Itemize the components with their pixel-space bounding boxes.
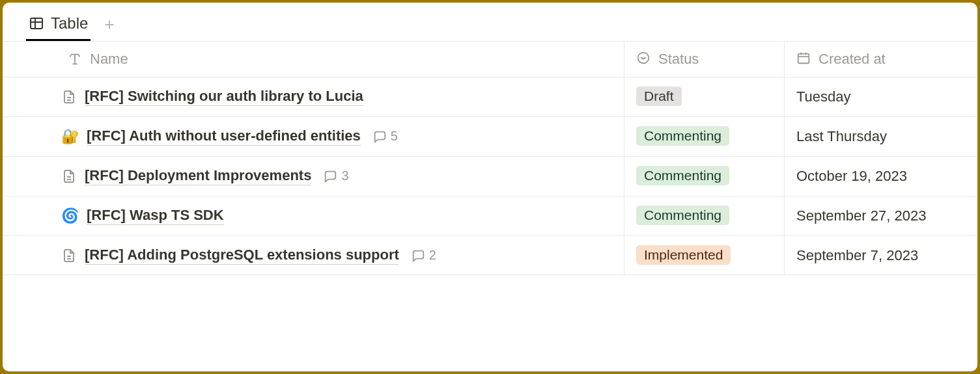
cell-status[interactable]: Implemented [624,236,784,275]
title-property-icon [68,52,82,66]
table-icon [29,16,44,31]
page-title-link[interactable]: [RFC] Auth without user-defined entities [87,127,361,146]
select-property-icon [636,51,651,65]
page-title-link[interactable]: [RFC] Wasp TS SDK [87,207,224,225]
cell-name[interactable]: [RFC] Switching our auth library to Luci… [3,77,624,116]
cell-created[interactable]: October 19, 2023 [784,157,977,196]
created-at-value: Last Thursday [796,126,887,147]
page-icon [61,89,77,105]
svg-rect-6 [798,54,809,64]
created-at-value: September 7, 2023 [796,245,918,266]
comment-count-value: 2 [429,248,436,263]
table-header-row: Name Status Created at [3,42,977,77]
cell-status[interactable]: Draft [624,77,784,116]
svg-rect-0 [31,18,42,29]
status-badge: Draft [636,87,682,106]
database-view-window: Table Name [3,3,977,371]
table-row[interactable]: [RFC] Switching our auth library to Luci… [3,77,977,117]
comment-count-value: 3 [341,168,348,183]
lock-key-icon: 🔐 [61,129,79,144]
status-badge: Commenting [636,166,729,185]
tab-table[interactable]: Table [26,9,91,41]
table-row[interactable]: [RFC] Deployment Improvements 3 Commenti… [3,157,977,196]
comment-count[interactable]: 2 [411,248,436,263]
cell-name[interactable]: 🔐 [RFC] Auth without user-defined entiti… [3,117,624,156]
status-badge: Commenting [636,126,729,146]
table-row[interactable]: [RFC] Adding PostgreSQL extensions suppo… [3,236,977,276]
svg-point-5 [638,53,649,64]
column-header-label: Name [90,51,128,68]
comment-count[interactable]: 5 [372,129,398,144]
created-at-value: Tuesday [796,87,851,107]
column-header-created[interactable]: Created at [784,42,977,77]
cell-created[interactable]: Tuesday [784,77,977,116]
data-table: Name Status Created at [3,42,977,275]
tab-label: Table [51,14,88,33]
created-at-value: September 27, 2023 [796,206,926,226]
page-title-link[interactable]: [RFC] Deployment Improvements [85,167,311,185]
created-at-value: October 19, 2023 [796,166,907,187]
cell-name[interactable]: 🌀 [RFC] Wasp TS SDK [3,196,624,235]
view-tabs: Table [3,3,977,41]
column-header-label: Created at [819,51,886,68]
cell-created[interactable]: Last Thursday [784,117,977,156]
comment-count-value: 5 [391,129,398,144]
cell-created[interactable]: September 7, 2023 [784,236,977,275]
created-time-property-icon [796,51,811,65]
status-badge: Commenting [636,206,729,225]
column-header-status[interactable]: Status [624,42,784,77]
cell-status[interactable]: Commenting [624,196,784,235]
page-icon [61,168,77,184]
table-row[interactable]: 🌀 [RFC] Wasp TS SDK Commenting September… [3,196,977,236]
column-header-name[interactable]: Name [3,42,624,77]
cell-created[interactable]: September 27, 2023 [784,196,977,235]
page-icon [61,248,77,263]
cyclone-icon: 🌀 [61,209,79,223]
column-header-label: Status [658,51,699,68]
table-row[interactable]: 🔐 [RFC] Auth without user-defined entiti… [3,117,977,157]
cell-status[interactable]: Commenting [624,157,784,196]
page-title-link[interactable]: [RFC] Adding PostgreSQL extensions suppo… [85,247,399,265]
page-title-link[interactable]: [RFC] Switching our auth library to Luci… [85,88,363,106]
cell-status[interactable]: Commenting [624,117,784,156]
status-badge: Implemented [636,245,731,265]
add-view-button[interactable] [102,18,117,33]
comment-count[interactable]: 3 [323,168,348,183]
cell-name[interactable]: [RFC] Deployment Improvements 3 [3,157,624,196]
cell-name[interactable]: [RFC] Adding PostgreSQL extensions suppo… [3,236,624,275]
